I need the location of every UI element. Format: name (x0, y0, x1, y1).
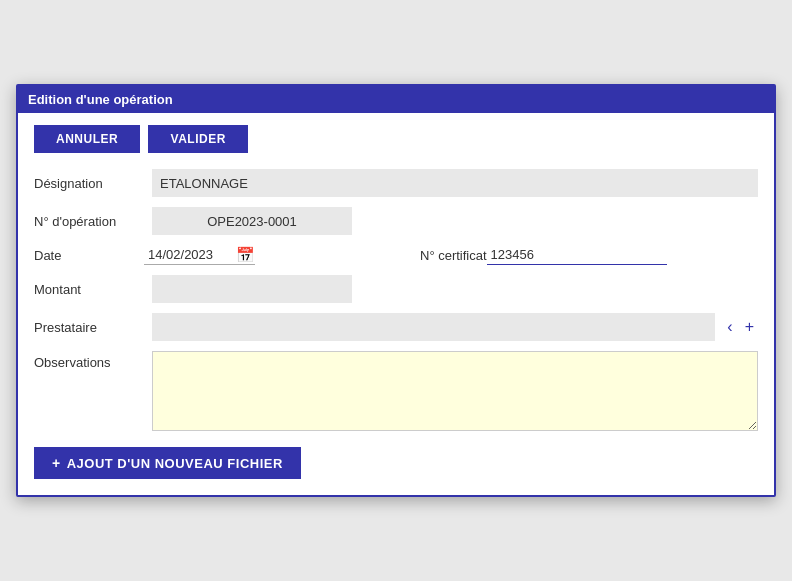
designation-row: Désignation (34, 169, 758, 197)
annuler-button[interactable]: ANNULER (34, 125, 140, 153)
date-input[interactable] (144, 245, 234, 264)
date-field-container: 📅 (144, 245, 255, 265)
designation-label: Désignation (34, 176, 144, 191)
prestataire-chevron-left-button[interactable]: ‹ (723, 316, 736, 338)
prestataire-icons: ‹ + (723, 316, 758, 338)
plus-icon: + (52, 455, 61, 471)
n-operation-label: N° d'opération (34, 214, 144, 229)
form: Désignation N° d'opération Date 📅 N (34, 169, 758, 431)
observations-textarea[interactable] (152, 351, 758, 431)
prestataire-label: Prestataire (34, 320, 144, 335)
cert-section: N° certificat (400, 245, 758, 265)
prestataire-input[interactable] (152, 313, 715, 341)
n-certificat-input[interactable] (487, 245, 667, 265)
calendar-icon[interactable]: 📅 (236, 246, 255, 264)
dialog: Edition d'une opération ANNULER VALIDER … (16, 84, 776, 497)
n-operation-row: N° d'opération (34, 207, 758, 235)
prestataire-row: Prestataire ‹ + (34, 313, 758, 341)
dialog-body: ANNULER VALIDER Désignation N° d'opérati… (18, 113, 774, 495)
date-section: Date 📅 (34, 245, 392, 265)
date-label: Date (34, 248, 144, 263)
dialog-title: Edition d'une opération (28, 92, 173, 107)
montant-input[interactable] (152, 275, 352, 303)
valider-button[interactable]: VALIDER (148, 125, 248, 153)
observations-row: Observations (34, 351, 758, 431)
observations-label: Observations (34, 351, 144, 370)
montant-row: Montant (34, 275, 758, 303)
prestataire-add-button[interactable]: + (741, 316, 758, 338)
montant-label: Montant (34, 282, 144, 297)
dialog-title-bar: Edition d'une opération (18, 86, 774, 113)
n-operation-input[interactable] (152, 207, 352, 235)
add-file-button[interactable]: + AJOUT D'UN NOUVEAU FICHIER (34, 447, 301, 479)
n-certificat-label: N° certificat (420, 248, 487, 263)
date-cert-row: Date 📅 N° certificat (34, 245, 758, 265)
add-file-label: AJOUT D'UN NOUVEAU FICHIER (67, 456, 283, 471)
designation-input[interactable] (152, 169, 758, 197)
toolbar: ANNULER VALIDER (34, 125, 758, 153)
